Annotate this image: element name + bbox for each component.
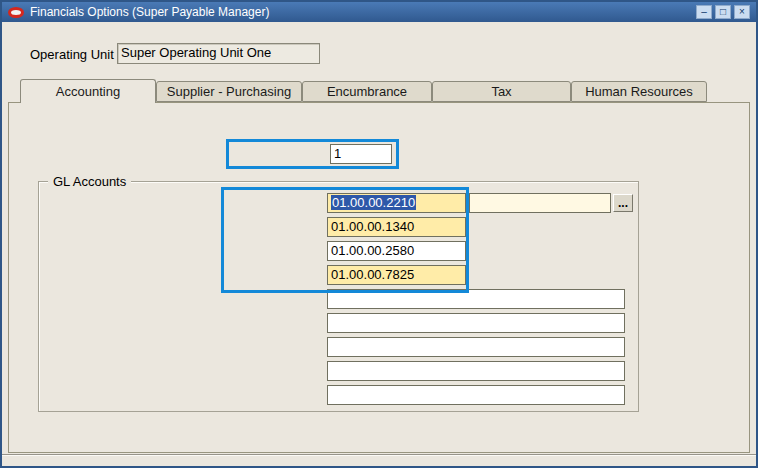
- operating-unit-label: Operating Unit: [30, 47, 114, 62]
- operating-unit-field[interactable]: Super Operating Unit One: [117, 43, 320, 64]
- po-rate-variance-loss-field[interactable]: [327, 313, 625, 333]
- minimize-icon[interactable]: –: [696, 5, 712, 19]
- tab-supplier-purchasing[interactable]: Supplier - Purchasing: [156, 81, 302, 102]
- window-title: Financials Options (Super Payable Manage…: [30, 5, 269, 19]
- tab-encumbrance[interactable]: Encumbrance: [302, 81, 432, 102]
- liability-lov-button[interactable]: ...: [613, 194, 633, 212]
- oracle-logo-icon: [8, 7, 24, 18]
- window-controls: – □ ×: [696, 5, 750, 19]
- financials-options-window: Financials Options (Super Payable Manage…: [0, 0, 758, 468]
- liability-description-field[interactable]: [469, 193, 611, 213]
- tab-tax[interactable]: Tax: [432, 81, 571, 102]
- title-bar[interactable]: Financials Options (Super Payable Manage…: [2, 2, 756, 22]
- retainage-field[interactable]: [327, 385, 625, 405]
- selected-account-text: 01.00.00.2210: [331, 195, 416, 210]
- tab-accounting[interactable]: Accounting: [20, 79, 156, 103]
- bills-payable-account-field[interactable]: 01.00.00.2580: [327, 241, 466, 261]
- prepayment-account-field[interactable]: 01.00.00.1340: [327, 217, 466, 237]
- miscellaneous-field[interactable]: [327, 361, 625, 381]
- tab-human-resources[interactable]: Human Resources: [571, 81, 707, 102]
- discount-taken-account-field[interactable]: 01.00.00.7825: [327, 265, 466, 285]
- liability-account-field[interactable]: 01.00.00.2210: [327, 193, 466, 213]
- po-rate-variance-gain-field[interactable]: [327, 289, 625, 309]
- close-icon[interactable]: ×: [734, 5, 750, 19]
- gl-accounts-legend: GL Accounts: [48, 174, 131, 189]
- future-periods-field[interactable]: 1: [330, 144, 392, 164]
- expenses-clearing-field[interactable]: [327, 337, 625, 357]
- status-bar-divider: [2, 454, 756, 456]
- maximize-icon[interactable]: □: [715, 5, 731, 19]
